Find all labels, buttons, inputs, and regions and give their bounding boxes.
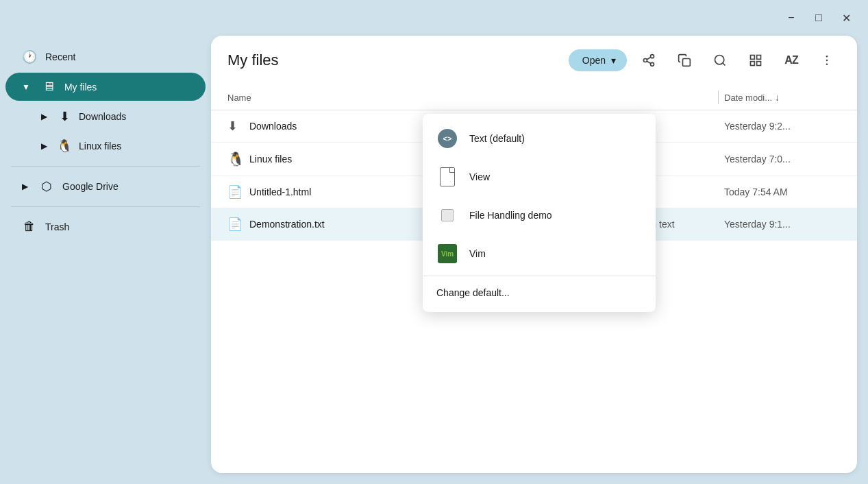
minimize-button[interactable]: − — [780, 7, 802, 29]
toolbar: My files Open ▾ — [211, 36, 857, 85]
open-dropdown: <> Text (default) View File Handling dem… — [423, 114, 656, 312]
open-button[interactable]: Open ▾ — [569, 49, 627, 71]
html-file-icon: 📄 — [227, 184, 249, 199]
svg-rect-11 — [757, 62, 761, 66]
dropdown-item-view[interactable]: View — [423, 158, 656, 196]
svg-line-3 — [647, 61, 651, 63]
checkbox-icon — [441, 209, 454, 221]
svg-line-7 — [723, 63, 726, 66]
sidebar-item-googledrive[interactable]: ▶ ⬡ Google Drive — [5, 172, 206, 201]
dropdown-change-default[interactable]: Change default... — [423, 279, 656, 306]
column-headers: Name Date modi... ↓ — [211, 85, 857, 110]
share-button[interactable] — [635, 47, 662, 74]
file-date: Yesterday 9:2... — [724, 121, 841, 132]
trash-icon: 🗑 — [22, 219, 37, 234]
myfiles-icon: 🖥 — [41, 80, 56, 94]
sidebar-divider-2 — [11, 206, 200, 207]
doc-icon — [440, 167, 455, 186]
svg-point-1 — [644, 59, 647, 62]
file-handling-icon — [436, 204, 458, 226]
grid-view-button[interactable] — [742, 47, 769, 74]
sidebar-divider-1 — [11, 166, 200, 167]
sidebar-item-recent[interactable]: 🕐 Recent — [5, 43, 206, 71]
dropdown-item-vim[interactable]: Vim Vim — [423, 234, 656, 273]
vim-app-icon: Vim — [438, 244, 457, 263]
sidebar-label-myfiles: My files — [64, 82, 97, 93]
svg-rect-5 — [683, 59, 691, 66]
vim-icon: Vim — [436, 243, 458, 265]
titlebar: − □ ✕ — [0, 0, 868, 36]
dropdown-item-file-handling[interactable]: File Handling demo — [423, 196, 656, 234]
code-icon: <> — [438, 129, 457, 148]
svg-line-4 — [647, 57, 651, 59]
dropdown-label-file-handling: File Handling demo — [469, 210, 552, 221]
maximize-button[interactable]: □ — [808, 7, 830, 29]
svg-point-13 — [826, 60, 828, 62]
sidebar-label-linuxfiles: Linux files — [79, 141, 121, 152]
sidebar-label-trash: Trash — [45, 221, 69, 232]
more-options-button[interactable] — [813, 47, 841, 74]
googledrive-icon: ⬡ — [39, 179, 54, 194]
col-date-header[interactable]: Date modi... ↓ — [724, 92, 841, 103]
svg-rect-8 — [751, 56, 755, 60]
svg-rect-9 — [757, 56, 761, 60]
dropdown-label-text-default: Text (default) — [469, 133, 525, 144]
copy-button[interactable] — [671, 47, 698, 74]
open-button-label: Open — [582, 55, 606, 66]
open-button-arrow: ▾ — [611, 55, 616, 66]
svg-point-2 — [651, 62, 654, 66]
text-default-icon: <> — [436, 128, 458, 149]
sidebar: 🕐 Recent ▼ 🖥 My files ▶ ⬇ Downloads ▶ 🐧 … — [0, 36, 211, 473]
svg-point-6 — [715, 56, 724, 64]
page-title: My files — [227, 51, 560, 69]
txt-file-icon: 📄 — [227, 217, 249, 232]
file-date: Yesterday 9:1... — [724, 219, 841, 230]
sort-icon: AZ — [784, 54, 797, 66]
svg-point-14 — [826, 64, 828, 66]
sidebar-item-trash[interactable]: 🗑 Trash — [5, 213, 206, 241]
col-divider — [718, 90, 719, 104]
search-button[interactable] — [706, 47, 734, 74]
dropdown-label-view: View — [469, 171, 490, 182]
sidebar-item-downloads[interactable]: ▶ ⬇ Downloads — [5, 102, 206, 131]
linux-file-icon: 🐧 — [227, 151, 249, 167]
linux-icon: 🐧 — [57, 138, 72, 154]
svg-rect-10 — [751, 62, 755, 66]
view-icon — [436, 166, 458, 188]
sidebar-item-linuxfiles[interactable]: ▶ 🐧 Linux files — [5, 132, 206, 160]
file-date: Yesterday 7:0... — [724, 154, 841, 165]
dropdown-item-text-default[interactable]: <> Text (default) — [423, 119, 656, 158]
svg-point-0 — [651, 55, 654, 58]
recent-icon: 🕐 — [22, 49, 37, 64]
downloads-icon: ⬇ — [57, 109, 72, 124]
dropdown-label-vim: Vim — [469, 248, 486, 259]
col-name-header[interactable]: Name — [227, 93, 560, 103]
svg-point-12 — [826, 56, 828, 58]
sidebar-item-myfiles[interactable]: ▼ 🖥 My files — [5, 73, 206, 101]
sidebar-label-downloads: Downloads — [79, 111, 126, 122]
chevron-down-icon: ▼ — [22, 82, 30, 92]
chevron-right-icon-drive: ▶ — [22, 182, 28, 191]
dropdown-divider — [423, 276, 656, 276]
sort-button[interactable]: AZ — [778, 47, 805, 74]
chevron-right-icon: ▶ — [41, 112, 47, 121]
sidebar-label-recent: Recent — [45, 51, 75, 62]
chevron-right-icon-linux: ▶ — [41, 141, 47, 151]
close-button[interactable]: ✕ — [835, 7, 857, 29]
sidebar-label-googledrive: Google Drive — [62, 181, 119, 192]
file-date: Today 7:54 AM — [724, 186, 841, 197]
downloads-file-icon: ⬇ — [227, 119, 249, 134]
